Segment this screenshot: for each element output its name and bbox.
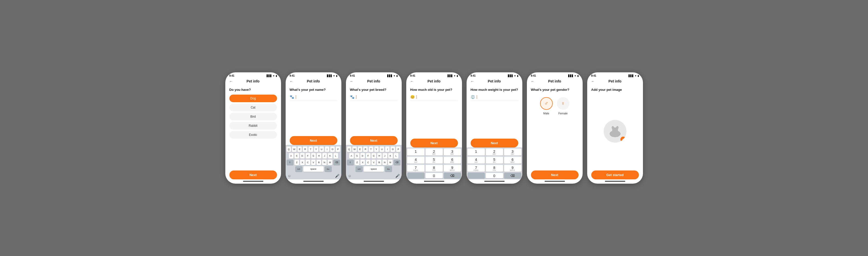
key-x-3[interactable]: X [361,159,365,165]
key-i-3[interactable]: I [385,146,390,152]
key-g-3[interactable]: G [372,153,376,158]
key-go-3[interactable]: Go [385,166,392,172]
back-button-5[interactable]: ← [471,79,474,83]
num-key-6-5[interactable]: 6MNO [504,156,521,164]
num-key-7-4[interactable]: 7PQRS [407,165,425,172]
key-j-3[interactable]: J [383,153,387,158]
next-button-4[interactable]: Next [410,139,458,147]
option-dog[interactable]: Dog [229,95,277,102]
num-key-1-4[interactable]: 1 [407,148,425,155]
mic-icon-2[interactable]: 🎤 [335,174,339,178]
key-y-2[interactable]: Y [314,146,318,152]
num-key-1-5[interactable]: 1 [468,148,485,155]
key-m-3[interactable]: M [388,159,393,165]
next-button-2[interactable]: Next [290,136,337,145]
key-n-3[interactable]: N [382,159,387,165]
back-button-3[interactable]: ← [350,79,353,83]
key-f-2[interactable]: F [306,153,310,158]
option-rabbit[interactable]: Rabbit [229,122,277,130]
num-key-2-5[interactable]: 2ABC [486,148,503,155]
back-button-2[interactable]: ← [290,79,293,83]
option-bird[interactable]: Bird [229,113,277,120]
key-space-3[interactable]: space [364,166,384,172]
num-key-5-5[interactable]: 5JKL [486,156,503,164]
key-l-2[interactable]: L [334,153,338,158]
key-go-2[interactable]: Go [324,166,332,172]
back-button-6[interactable]: ← [531,79,534,83]
key-e-3[interactable]: E [358,146,363,152]
gender-male-circle[interactable]: ♂ [540,97,553,110]
key-r-3[interactable]: R [363,146,368,152]
num-key-del-5[interactable]: ⌫ [504,173,521,178]
back-button-1[interactable]: ← [229,79,233,83]
key-n-2[interactable]: N [322,159,327,165]
key-l-3[interactable]: L [394,153,398,158]
key-delete-3[interactable]: ⌫ [394,159,401,165]
key-o-2[interactable]: O [330,146,335,152]
key-m-2[interactable]: M [328,159,332,165]
key-i-2[interactable]: I [325,146,330,152]
mic-icon-3[interactable]: 🎤 [395,174,400,178]
key-r-2[interactable]: R [303,146,307,152]
num-key-4-5[interactable]: 4GHI [468,156,485,164]
key-f-3[interactable]: F [366,153,371,158]
upload-circle[interactable]: + [604,120,626,143]
gender-female-option[interactable]: ♀ Female [557,97,569,115]
get-started-button[interactable]: Get started [591,171,639,179]
next-button-3[interactable]: Next [350,136,398,145]
gender-female-circle[interactable]: ♀ [557,97,569,110]
key-h-2[interactable]: H [317,153,321,158]
num-key-5-4[interactable]: 5JKL [426,156,443,164]
num-key-0-5[interactable]: 0 [486,173,503,178]
gender-male-option[interactable]: ♂ Male [540,97,553,115]
key-u-3[interactable]: U [380,146,384,152]
key-123-3[interactable]: 123 [355,166,363,172]
next-button-1[interactable]: Next [229,171,277,179]
key-w-3[interactable]: W [352,146,357,152]
key-shift-3[interactable]: ⇧ [347,159,354,165]
key-a-2[interactable]: A [289,153,293,158]
key-delete-2[interactable]: ⌫ [333,159,340,165]
num-key-8-5[interactable]: 8TUV [486,165,503,172]
key-t-3[interactable]: T [369,146,373,152]
key-q-2[interactable]: Q [287,146,291,152]
upload-plus-button[interactable]: + [620,137,626,142]
key-w-2[interactable]: W [292,146,297,152]
key-z-3[interactable]: Z [355,159,360,165]
key-k-3[interactable]: K [388,153,393,158]
key-e-2[interactable]: E [298,146,302,152]
key-s-3[interactable]: S [355,153,360,158]
key-p-2[interactable]: P [336,146,340,152]
num-key-7-5[interactable]: 7PQRS [468,165,485,172]
num-key-9-5[interactable]: 9WXYZ [504,165,521,172]
num-key-3-5[interactable]: 3DEF [504,148,521,155]
key-g-2[interactable]: G [311,153,316,158]
next-button-6[interactable]: Next [531,171,579,179]
option-exotic[interactable]: Exotic [229,131,277,139]
key-123-2[interactable]: 123 [295,166,302,172]
num-key-4-4[interactable]: 4GHI [407,156,425,164]
key-x-2[interactable]: X [300,159,305,165]
num-key-2-4[interactable]: 2ABC [426,148,443,155]
back-button-7[interactable]: ← [591,79,595,83]
key-k-2[interactable]: K [328,153,333,158]
key-d-3[interactable]: D [361,153,365,158]
next-button-5[interactable]: Next [471,139,518,147]
key-space-2[interactable]: space [303,166,323,172]
num-key-9-4[interactable]: 9WXYZ [444,165,461,172]
key-j-2[interactable]: J [322,153,327,158]
key-t-2[interactable]: T [308,146,313,152]
num-key-0-4[interactable]: 0 [426,173,443,178]
key-b-3[interactable]: B [377,159,381,165]
image-upload-area[interactable]: + [591,95,639,168]
key-y-3[interactable]: Y [374,146,379,152]
key-h-3[interactable]: H [377,153,382,158]
key-a-3[interactable]: A [349,153,354,158]
num-key-8-4[interactable]: 8TUV [426,165,443,172]
key-shift-2[interactable]: ⇧ [287,159,294,165]
key-z-2[interactable]: Z [294,159,299,165]
key-o-3[interactable]: O [391,146,395,152]
key-u-2[interactable]: U [319,146,324,152]
key-q-3[interactable]: Q [347,146,351,152]
num-key-3-4[interactable]: 3DEF [444,148,461,155]
